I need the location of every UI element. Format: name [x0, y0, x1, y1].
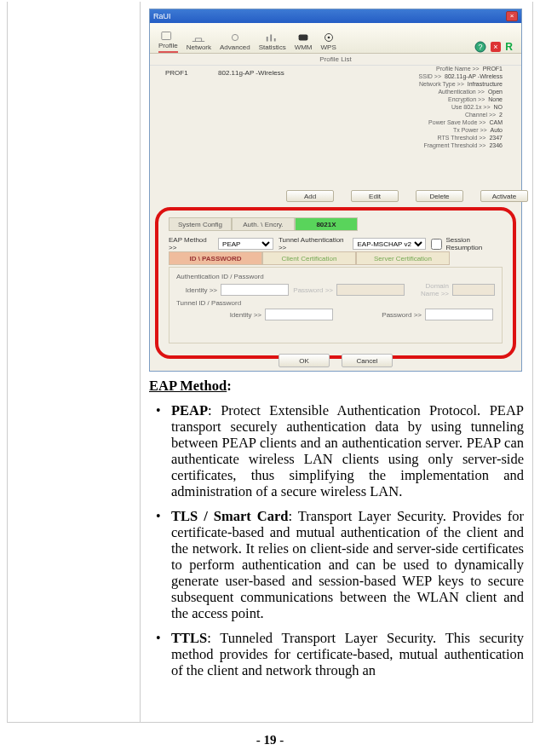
- tab-advanced[interactable]: Advanced: [220, 32, 250, 53]
- tab-wps[interactable]: WPS: [321, 32, 336, 53]
- subtab-8021x[interactable]: 8021X: [295, 217, 358, 231]
- subtab-system-config[interactable]: System Config: [169, 217, 232, 231]
- r-badge: R: [505, 41, 513, 53]
- auth-identity-label: Identity >>: [176, 286, 217, 294]
- tunnel-id-group-label: Tunnel ID / Password: [176, 299, 495, 307]
- activate-button[interactable]: Activate: [480, 190, 528, 202]
- main-toolbar: Profile Network Advanced Statistics: [150, 23, 521, 54]
- document-text: EAP Method: PEAP: Protect Extensible Aut…: [149, 372, 524, 687]
- edit-button[interactable]: Edit: [351, 190, 399, 202]
- doc-item-peap: PEAP: Protect Extensible Authentication …: [171, 403, 524, 500]
- svg-rect-2: [299, 34, 308, 40]
- tunnel-password-input[interactable]: [425, 309, 493, 320]
- close-icon[interactable]: ×: [506, 11, 518, 21]
- tab-wmm[interactable]: WMM: [295, 32, 313, 53]
- session-resumption-checkbox[interactable]: [431, 239, 442, 250]
- svg-text:?: ?: [479, 43, 483, 51]
- tunnel-auth-select[interactable]: EAP-MSCHAP v2: [353, 238, 426, 250]
- close-red-icon[interactable]: ×: [490, 41, 502, 53]
- page-number: - 19 -: [0, 733, 540, 747]
- ok-button[interactable]: OK: [279, 354, 330, 367]
- tab-statistics[interactable]: Statistics: [259, 32, 286, 53]
- help-icon[interactable]: ?: [474, 41, 486, 53]
- doc-item-ttls: TTLS: Tunneled Transport Layer Security.…: [171, 631, 524, 679]
- auth-domain-input: [452, 284, 495, 296]
- session-resumption-label: Session Resumption: [445, 236, 503, 251]
- tunnel-identity-label: Identity >>: [176, 311, 261, 319]
- tab-id-password[interactable]: ID \ PASSWORD: [169, 251, 262, 265]
- section-heading: EAP Method:: [149, 378, 524, 395]
- tab-server-cert[interactable]: Server Certification: [356, 251, 450, 265]
- add-button[interactable]: Add: [286, 190, 334, 202]
- auth-password-input: [336, 284, 405, 296]
- tab-client-cert[interactable]: Client Certification: [262, 251, 356, 265]
- eap-method-select[interactable]: PEAP: [218, 238, 273, 250]
- auth-password-label: Password >>: [292, 286, 333, 294]
- eap-method-label: EAP Method >>: [169, 236, 213, 251]
- tunnel-password-label: Password >>: [336, 311, 422, 319]
- window-titlebar: RaUI ×: [150, 9, 521, 23]
- svg-point-1: [232, 34, 238, 40]
- svg-rect-0: [162, 32, 171, 40]
- auth-domain-label: Domain Name >>: [408, 282, 449, 297]
- subtab-auth-encry[interactable]: Auth. \ Encry.: [232, 217, 295, 231]
- tunnel-identity-input[interactable]: [265, 309, 333, 320]
- id-password-form: Authentication ID / Password Identity >>…: [169, 267, 503, 343]
- app-screenshot: RaUI × Profile Network: [149, 5, 524, 372]
- cancel-button[interactable]: Cancel: [342, 354, 393, 367]
- svg-point-4: [327, 37, 330, 39]
- tab-profile[interactable]: Profile: [158, 30, 178, 53]
- delete-button[interactable]: Delete: [416, 190, 463, 202]
- svg-text:×: ×: [494, 43, 498, 51]
- profile-details: Profile Name >>PROF1 SSID >>802.11g-AP -…: [341, 64, 503, 150]
- tunnel-auth-label: Tunnel Authentication >>: [279, 236, 348, 251]
- window-title: RaUI: [153, 12, 171, 20]
- auth-id-group-label: Authentication ID / Password: [176, 273, 495, 280]
- doc-item-tls: TLS / Smart Card: Transport Layer Securi…: [171, 509, 524, 622]
- auth-identity-input[interactable]: [221, 284, 289, 296]
- tab-network[interactable]: Network: [187, 32, 211, 53]
